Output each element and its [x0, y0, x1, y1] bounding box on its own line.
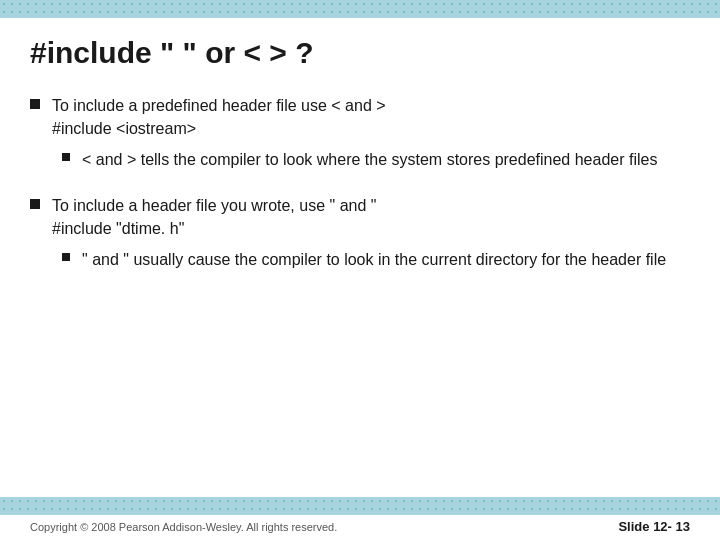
bullet-text-1: To include a predefined header file use …	[52, 94, 690, 180]
slide: #include " " or < > ? To include a prede…	[0, 0, 720, 540]
bullet-icon-2	[30, 199, 40, 209]
sub-bullet-text-2-1: " and " usually cause the compiler to lo…	[82, 248, 690, 271]
border-top	[0, 0, 720, 18]
sub-bullet-list-1: < and > tells the compiler to look where…	[52, 148, 690, 171]
bullet-item-2: To include a header file you wrote, use …	[30, 194, 690, 280]
bullet-list: To include a predefined header file use …	[30, 94, 690, 279]
sub-bullet-text-1-1: < and > tells the compiler to look where…	[82, 148, 690, 171]
sub-bullet-list-2: " and " usually cause the compiler to lo…	[52, 248, 690, 271]
bullet-text-2: To include a header file you wrote, use …	[52, 194, 690, 280]
border-bottom	[0, 497, 720, 515]
sub-bullet-item-2-1: " and " usually cause the compiler to lo…	[52, 248, 690, 271]
sub-bullet-icon-2-1	[62, 253, 70, 261]
bullet-text-1-main: To include a predefined header file use …	[52, 97, 386, 137]
footer: Copyright © 2008 Pearson Addison-Wesley.…	[0, 515, 720, 540]
bullet-icon-1	[30, 99, 40, 109]
footer-slide-number: Slide 12- 13	[618, 519, 690, 534]
bullet-text-2-main: To include a header file you wrote, use …	[52, 197, 376, 237]
sub-bullet-icon-1-1	[62, 153, 70, 161]
bullet-item-1: To include a predefined header file use …	[30, 94, 690, 180]
content-area: #include " " or < > ? To include a prede…	[0, 18, 720, 497]
footer-copyright: Copyright © 2008 Pearson Addison-Wesley.…	[30, 521, 337, 533]
slide-title: #include " " or < > ?	[30, 36, 690, 70]
sub-bullet-item-1-1: < and > tells the compiler to look where…	[52, 148, 690, 171]
